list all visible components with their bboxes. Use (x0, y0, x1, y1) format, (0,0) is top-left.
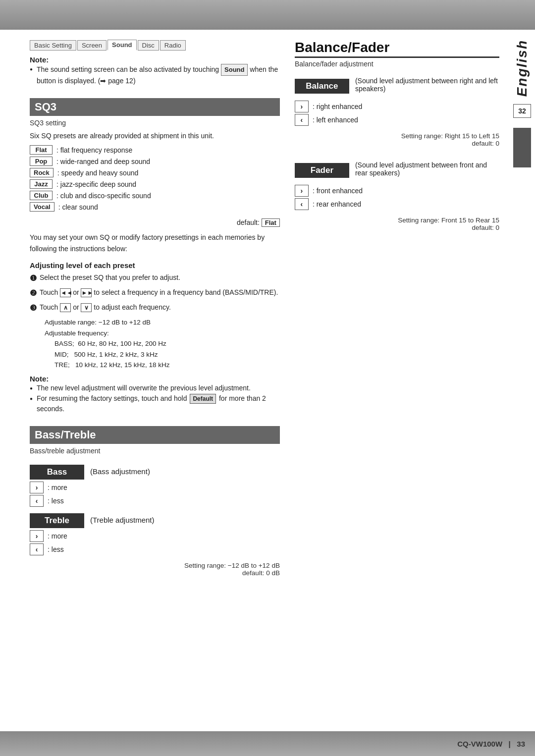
preset-desc-pop: : wide-ranged and deep sound (56, 158, 150, 165)
step-text-2: Touch ◄◄ or ►► to select a frequency in … (40, 287, 278, 299)
treble-more-icon: › (30, 530, 44, 542)
bass-button: Bass (30, 465, 84, 480)
note-title-2: Note: (30, 375, 280, 383)
treble-more-row: › : more (30, 530, 280, 542)
bass-treble-range: Setting range: −12 dB to +12 dB default:… (30, 562, 280, 577)
default-line: default: Flat (30, 218, 280, 227)
preset-box-club: Club (30, 191, 53, 200)
tab-sound[interactable]: Sound (107, 40, 136, 51)
bass-more-row: › : more (30, 482, 280, 493)
model-page-label: CQ-VW100W | 33 (457, 740, 525, 748)
fader-front-row: › : front enhanced (295, 185, 499, 197)
balance-range-block: Setting range: Right 15 to Left 15 defau… (295, 132, 499, 147)
treble-button: Treble (30, 513, 84, 528)
fader-front-label: : front enhanced (313, 187, 363, 195)
bass-treble-subtitle: Bass/treble adjustment (30, 447, 280, 455)
fader-button: Fader (295, 163, 349, 178)
tab-disc[interactable]: Disc (138, 40, 159, 51)
preset-jazz: Jazz : jazz-specific deep sound (30, 179, 280, 189)
bass-treble-header: Bass/Treble (30, 426, 280, 444)
bass-more-label: : more (48, 484, 67, 491)
step-2: ❷ Touch ◄◄ or ►► to select a frequency i… (30, 287, 280, 299)
tab-screen[interactable]: Screen (77, 40, 107, 51)
preset-box-pop: Pop (30, 157, 53, 166)
preset-pop: Pop : wide-ranged and deep sound (30, 157, 280, 166)
default-label: default: (237, 218, 260, 226)
tab-basic-setting[interactable]: Basic Setting (30, 40, 76, 51)
preset-box-rock: Rock (30, 168, 54, 177)
bottom-bar: CQ-VW100W | 33 (0, 731, 535, 756)
language-label: English (514, 40, 530, 97)
bass-treble-default: default: 0 dB (30, 569, 280, 577)
preset-desc-rock: : speedy and heavy sound (57, 169, 138, 177)
fader-rear-label: : rear enhanced (313, 200, 361, 208)
freq-intro-line1: Adjustable range: −12 dB to +12 dB (45, 317, 280, 328)
fader-front-icon: › (295, 185, 309, 197)
note-item-1: The sound setting screen can be also act… (30, 64, 280, 86)
balance-left-row: ‹ : left enhanced (295, 114, 499, 126)
freq-bass: BASS; 60 Hz, 80 Hz, 100 Hz, 200 Hz (54, 338, 280, 349)
sound-inline-btn: Sound (221, 64, 248, 76)
default-inline-btn: Default (190, 394, 216, 404)
fader-range-text: Setting range: Front 15 to Rear 15 (295, 216, 499, 224)
preset-desc-jazz: : jazz-specific deep sound (56, 180, 136, 188)
sq3-subtitle: SQ3 setting (30, 119, 280, 127)
step-num-2: ❷ (30, 287, 38, 299)
bass-treble-range-text: Setting range: −12 dB to +12 dB (30, 562, 280, 569)
balance-right-icon: › (295, 101, 309, 112)
fader-range-block: Setting range: Front 15 to Rear 15 defau… (295, 216, 499, 231)
preset-box-flat: Flat (30, 145, 53, 155)
arrow-forward-btn: ►► (81, 288, 92, 297)
note-block-1: Note: The sound setting screen can be al… (30, 55, 280, 86)
bass-more-icon: › (30, 482, 44, 493)
freq-mid: MID; 500 Hz, 1 kHz, 2 kHz, 3 kHz (54, 349, 280, 360)
treble-label: (Treble adjustment) (90, 516, 155, 524)
balance-left-label: : left enhanced (313, 116, 358, 124)
balance-fader-subtitle: Balance/fader adjustment (295, 60, 499, 68)
balance-right-label: : right enhanced (313, 103, 362, 110)
bass-row: Bass (Bass adjustment) (30, 462, 280, 482)
freq-block: Adjustable range: −12 dB to +12 dB Adjus… (30, 317, 280, 371)
preset-rock: Rock : speedy and heavy sound (30, 168, 280, 177)
balance-right-row: › : right enhanced (295, 101, 499, 112)
step-1: ❶ Select the preset SQ that you prefer t… (30, 272, 280, 284)
page-number-box: 32 (513, 104, 531, 118)
preset-list: Flat : flat frequency response Pop : wid… (30, 145, 280, 214)
freq-intro-line2: Adjustable frequency: (45, 328, 280, 339)
page-number-bottom: 33 (517, 740, 525, 748)
left-column: Basic Setting Screen Sound Disc Radio No… (30, 40, 280, 721)
nav-tabs: Basic Setting Screen Sound Disc Radio (30, 40, 280, 51)
note-item-2b: For resuming the factory settings, touch… (30, 393, 280, 414)
fader-rear-row: ‹ : rear enhanced (295, 198, 499, 210)
sidebar-accent-bar (513, 128, 531, 167)
top-decorative-bar (0, 0, 535, 30)
balance-range-text: Setting range: Right 15 to Left 15 (295, 132, 499, 140)
right-column: Balance/Fader Balance/fader adjustment B… (295, 40, 499, 721)
sq3-body-text: You may set your own SQ or modify factor… (30, 232, 280, 254)
balance-left-icon: ‹ (295, 114, 309, 126)
treble-less-icon: ‹ (30, 543, 44, 555)
balance-button: Balance (295, 79, 349, 94)
step-text-3: Touch ∧ or ∨ to adjust each frequency. (40, 302, 171, 314)
note-block-2: Note: The new level adjustment will over… (30, 375, 280, 414)
preset-flat: Flat : flat frequency response (30, 145, 280, 155)
arrow-back-btn: ◄◄ (60, 288, 71, 297)
note-title-1: Note: (30, 55, 280, 64)
balance-fader-title: Balance/Fader (295, 40, 499, 58)
bass-less-icon: ‹ (30, 495, 44, 507)
sq3-header: SQ3 (30, 98, 280, 116)
balance-default-text: default: 0 (295, 140, 499, 147)
arrow-down-btn: ∨ (81, 303, 92, 312)
treble-less-label: : less (48, 545, 64, 553)
preset-desc-flat: : flat frequency response (56, 146, 132, 154)
main-content: Basic Setting Screen Sound Disc Radio No… (0, 30, 509, 731)
preset-vocal: Vocal : clear sound (30, 202, 280, 212)
preset-desc-club: : club and disco-specific sound (56, 192, 151, 200)
bass-less-label: : less (48, 497, 64, 505)
balance-desc: (Sound level adjustment between right an… (355, 74, 499, 93)
preset-desc-vocal: : clear sound (58, 203, 98, 211)
fader-default-text: default: 0 (295, 224, 499, 231)
tab-radio[interactable]: Radio (160, 40, 186, 51)
default-box: Flat (262, 218, 280, 227)
right-sidebar: English 32 (509, 30, 535, 731)
